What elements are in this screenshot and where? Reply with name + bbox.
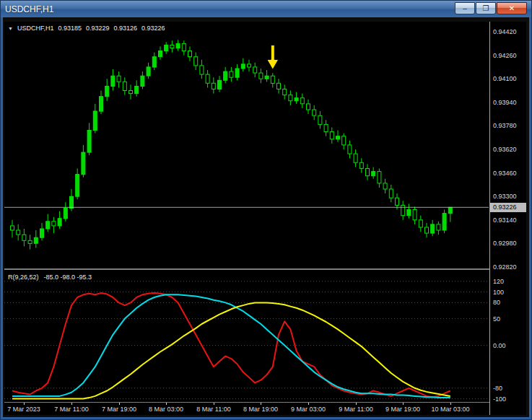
price-axis-label: 0.94260: [493, 52, 517, 59]
time-axis-tick: [356, 403, 357, 405]
candle-body: [307, 104, 310, 110]
indicator-line-r52: [12, 302, 450, 398]
time-axis-label: 9 Mar 11:00: [331, 406, 381, 413]
price-axis-label: 0.93140: [493, 216, 517, 224]
time-axis-label: 8 Mar 03:00: [141, 406, 191, 413]
time-axis-label: 7 Mar 2023: [0, 406, 49, 413]
candle-body: [295, 98, 298, 101]
pane-divider[interactable]: [4, 268, 526, 270]
candle-body: [170, 45, 174, 48]
candle-body: [105, 86, 109, 96]
candle-body: [342, 136, 346, 145]
candle-body: [300, 98, 304, 104]
time-axis-tick: [24, 403, 25, 405]
candle-body: [111, 76, 115, 86]
candle-body: [378, 172, 381, 183]
candle-body: [11, 226, 14, 230]
candle-body: [359, 162, 363, 168]
minimize-button[interactable]: –: [455, 2, 475, 14]
close-button[interactable]: ✕: [497, 2, 527, 14]
price-chart-canvas[interactable]: [4, 22, 489, 268]
time-axis-tick: [403, 403, 404, 405]
time-axis-label: 8 Mar 19:00: [235, 406, 286, 413]
price-axis-label: 0.93460: [493, 170, 517, 177]
close-icon: ✕: [509, 4, 515, 12]
restore-icon: ❐: [483, 4, 489, 12]
price-axis-label: 0.93780: [493, 122, 517, 129]
time-axis-tick: [71, 403, 72, 405]
indicator-canvas[interactable]: [4, 271, 489, 402]
candle-body: [241, 64, 245, 69]
price-axis-label: 0.92820: [493, 263, 517, 271]
candle-body: [318, 115, 322, 124]
candle-body: [407, 210, 411, 216]
chart-area: ▼ USDCHF,H1 0.93185 0.93229 0.93126 0.93…: [4, 22, 526, 415]
time-axis-tick: [166, 403, 167, 405]
candle-body: [76, 175, 79, 197]
time-axis-label: 9 Mar 03:00: [283, 406, 333, 413]
candle-body: [224, 71, 227, 80]
candle-body: [135, 86, 139, 93]
window-content: ▼ USDCHF,H1 0.93185 0.93229 0.93126 0.93…: [3, 17, 529, 417]
candle-body: [336, 136, 340, 139]
ohlc-close-value: 0.93226: [141, 25, 165, 32]
time-axis-label: 10 Mar 03:00: [425, 406, 476, 413]
candlestick-series: [11, 40, 453, 249]
candle-body: [159, 51, 162, 57]
ohlc-open-value: 0.93185: [58, 25, 82, 32]
candle-body: [147, 67, 150, 76]
candle-body: [253, 67, 257, 73]
candle-body: [324, 124, 328, 131]
candle-body: [442, 214, 446, 230]
indicator-axis-label: 50: [493, 315, 500, 323]
restore-button[interactable]: ❐: [476, 2, 496, 14]
indicator-axis-label: -80: [493, 385, 502, 392]
candle-body: [70, 196, 74, 208]
candle-body: [52, 222, 56, 226]
chart-ohlc-overlay: ▼ USDCHF,H1 0.93185 0.93229 0.93126 0.93…: [8, 25, 165, 32]
candle-body: [40, 229, 44, 237]
candle-body: [401, 205, 405, 215]
candle-body: [206, 74, 209, 83]
time-axis-label: 9 Mar 19:00: [378, 406, 428, 413]
candle-body: [431, 224, 435, 233]
candle-body: [64, 209, 67, 219]
time-axis-tick: [450, 403, 451, 405]
time-axis[interactable]: 7 Mar 20237 Mar 11:007 Mar 19:008 Mar 03…: [4, 403, 489, 415]
price-axis-label: 0.93940: [493, 99, 517, 106]
candle-body: [141, 76, 144, 86]
candle-body: [330, 132, 333, 139]
candle-body: [271, 76, 274, 83]
window-titlebar[interactable]: USDCHF,H1 – ❐ ✕: [1, 1, 531, 17]
time-axis-label: 7 Mar 11:00: [46, 406, 97, 413]
candle-body: [235, 69, 239, 77]
indicator-axis-label: 80: [493, 299, 500, 306]
indicator-overlay: R(9,26,52) -85.0 -98.0 -95.3: [8, 274, 92, 281]
candle-body: [212, 83, 215, 89]
candle-body: [389, 189, 393, 198]
candle-body: [277, 83, 281, 89]
candle-body: [117, 76, 121, 82]
candle-body: [348, 145, 352, 154]
candle-body: [383, 183, 387, 189]
indicator-name-label: R(9,26,52): [8, 274, 39, 281]
indicator-axis-label: 0.00: [493, 342, 506, 349]
candle-body: [182, 43, 186, 51]
candle-body: [194, 57, 198, 66]
candle-body: [396, 198, 399, 205]
ohlc-low-value: 0.93126: [114, 25, 138, 32]
candle-body: [248, 64, 251, 67]
current-price-box: 0.93226: [490, 203, 526, 212]
candle-body: [165, 45, 168, 51]
indicator-axis-label: -100: [493, 395, 506, 403]
candle-body: [413, 210, 417, 220]
indicator-axis-label: 120: [493, 278, 504, 285]
ohlc-high-value: 0.93229: [86, 25, 110, 32]
time-axis-tick: [214, 403, 214, 405]
price-axis-label: 0.94420: [493, 28, 517, 35]
candle-body: [17, 230, 20, 235]
time-axis-tick: [308, 403, 309, 405]
price-scale[interactable]: 0.93226 0.944200.942600.941000.939400.93…: [489, 22, 526, 415]
chevron-down-icon[interactable]: ▼: [8, 25, 13, 32]
candle-body: [259, 73, 263, 79]
